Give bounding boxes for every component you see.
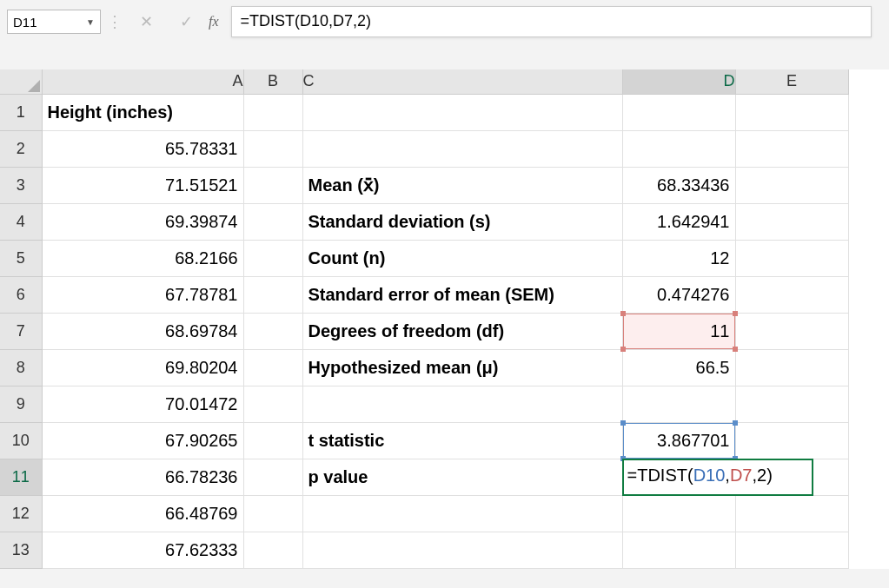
cell-B10[interactable] xyxy=(243,422,302,459)
cell-A7[interactable]: 68.69784 xyxy=(42,313,243,349)
cell-C2[interactable] xyxy=(302,130,622,167)
row-header-5[interactable]: 5 xyxy=(0,240,42,276)
row-header-9[interactable]: 9 xyxy=(0,386,42,422)
cell-D12[interactable] xyxy=(622,495,735,532)
name-box[interactable]: D11 ▼ xyxy=(7,10,101,34)
cell-E1[interactable] xyxy=(735,94,848,130)
cell-B3[interactable] xyxy=(243,167,302,203)
cell-A8[interactable]: 69.80204 xyxy=(42,349,243,386)
cell-A5[interactable]: 68.2166 xyxy=(42,240,243,276)
row-header-3[interactable]: 3 xyxy=(0,167,42,203)
cell-D13[interactable] xyxy=(622,532,735,568)
cell-D8[interactable]: 66.5 xyxy=(622,349,735,386)
cell-A10[interactable]: 67.90265 xyxy=(42,422,243,459)
cell-C10[interactable]: t statistic xyxy=(302,422,622,459)
range-handle-icon[interactable] xyxy=(620,311,626,316)
row-header-10[interactable]: 10 xyxy=(0,422,42,459)
row-header-6[interactable]: 6 xyxy=(0,276,42,313)
cell-A3[interactable]: 71.51521 xyxy=(42,167,243,203)
cell-B13[interactable] xyxy=(243,532,302,568)
range-handle-icon[interactable] xyxy=(733,311,738,316)
cell-A2[interactable]: 65.78331 xyxy=(42,130,243,167)
row-header-2[interactable]: 2 xyxy=(0,130,42,167)
cell-C1[interactable] xyxy=(302,94,622,130)
cancel-formula-icon[interactable]: ✕ xyxy=(129,10,163,34)
cell-B1[interactable] xyxy=(243,94,302,130)
cell-A1[interactable]: Height (inches) xyxy=(42,94,243,130)
cell-E4[interactable] xyxy=(735,203,848,240)
cell-D4[interactable]: 1.642941 xyxy=(622,203,735,240)
cell-B12[interactable] xyxy=(243,495,302,532)
cell-D3[interactable]: 68.33436 xyxy=(622,167,735,203)
accept-formula-icon[interactable]: ✓ xyxy=(169,10,203,34)
cell-D10[interactable]: 3.867701 xyxy=(622,422,735,459)
row-header-7[interactable]: 7 xyxy=(0,313,42,349)
cell-C4[interactable]: Standard deviation (s) xyxy=(302,203,622,240)
cell-E9[interactable] xyxy=(735,386,848,422)
col-header-D[interactable]: D xyxy=(622,69,735,94)
cell-D5[interactable]: 12 xyxy=(622,240,735,276)
row-header-4[interactable]: 4 xyxy=(0,203,42,240)
cell-D11[interactable]: =TDIST(D10,D7,2) xyxy=(622,459,735,495)
row-header-1[interactable]: 1 xyxy=(0,94,42,130)
cell-D6[interactable]: 0.474276 xyxy=(622,276,735,313)
range-handle-icon[interactable] xyxy=(733,347,738,352)
range-handle-icon[interactable] xyxy=(733,420,738,426)
cell-B4[interactable] xyxy=(243,203,302,240)
cell-A6[interactable]: 67.78781 xyxy=(42,276,243,313)
cell-B2[interactable] xyxy=(243,130,302,167)
cell-A4[interactable]: 69.39874 xyxy=(42,203,243,240)
formula-bar[interactable]: =TDIST(D10,D7,2) xyxy=(231,6,872,37)
cell-E8[interactable] xyxy=(735,349,848,386)
cell-B5[interactable] xyxy=(243,240,302,276)
row-header-12[interactable]: 12 xyxy=(0,495,42,532)
cell-B6[interactable] xyxy=(243,276,302,313)
cell-D1[interactable] xyxy=(622,94,735,130)
cell-E12[interactable] xyxy=(735,495,848,532)
cell-C6[interactable]: Standard error of mean (SEM) xyxy=(302,276,622,313)
cell-E13[interactable] xyxy=(735,532,848,568)
formula-token: 2) xyxy=(757,466,773,485)
cell-B8[interactable] xyxy=(243,349,302,386)
cell-E3[interactable] xyxy=(735,167,848,203)
range-handle-icon[interactable] xyxy=(620,420,626,426)
name-box-dropdown-icon[interactable]: ▼ xyxy=(86,17,95,27)
cell-E5[interactable] xyxy=(735,240,848,276)
cell-D7[interactable]: 11 xyxy=(622,313,735,349)
row-header-11[interactable]: 11 xyxy=(0,459,42,495)
cell-E6[interactable] xyxy=(735,276,848,313)
cell-C13[interactable] xyxy=(302,532,622,568)
cell-edit-formula[interactable]: =TDIST(D10,D7,2) xyxy=(622,459,813,496)
cell-E7[interactable] xyxy=(735,313,848,349)
col-header-E[interactable]: E xyxy=(735,69,848,94)
cell-A13[interactable]: 67.62333 xyxy=(42,532,243,568)
col-header-A[interactable]: A xyxy=(42,69,243,94)
cell-C9[interactable] xyxy=(302,386,622,422)
row-header-13[interactable]: 13 xyxy=(0,532,42,568)
cell-A9[interactable]: 70.01472 xyxy=(42,386,243,422)
col-header-C[interactable]: C xyxy=(302,69,622,94)
cell-C5[interactable]: Count (n) xyxy=(302,240,622,276)
cell-C3[interactable]: Mean (x̄) xyxy=(302,167,622,203)
cell-D9[interactable] xyxy=(622,386,735,422)
cell-D2[interactable] xyxy=(622,130,735,167)
cell-C7[interactable]: Degrees of freedom (df) xyxy=(302,313,622,349)
cell-A11[interactable]: 66.78236 xyxy=(42,459,243,495)
spreadsheet-grid[interactable]: A B C D E 1 Height (inches) 2 65.78331 3… xyxy=(0,69,889,569)
formula-token: D7 xyxy=(730,466,753,485)
cell-C12[interactable] xyxy=(302,495,622,532)
cell-B9[interactable] xyxy=(243,386,302,422)
cell-E10[interactable] xyxy=(735,422,848,459)
cell-B7[interactable] xyxy=(243,313,302,349)
select-all-corner[interactable] xyxy=(0,69,42,94)
cell-B11[interactable] xyxy=(243,459,302,495)
cell-E2[interactable] xyxy=(735,130,848,167)
row-header-8[interactable]: 8 xyxy=(0,349,42,386)
range-handle-icon[interactable] xyxy=(620,347,626,352)
cell-C11[interactable]: p value xyxy=(302,459,622,495)
fx-icon[interactable]: fx xyxy=(209,14,219,30)
cell-C8[interactable]: Hypothesized mean (μ) xyxy=(302,349,622,386)
col-header-B[interactable]: B xyxy=(243,69,302,94)
cell-A12[interactable]: 66.48769 xyxy=(42,495,243,532)
formula-token: D10 xyxy=(693,466,726,485)
